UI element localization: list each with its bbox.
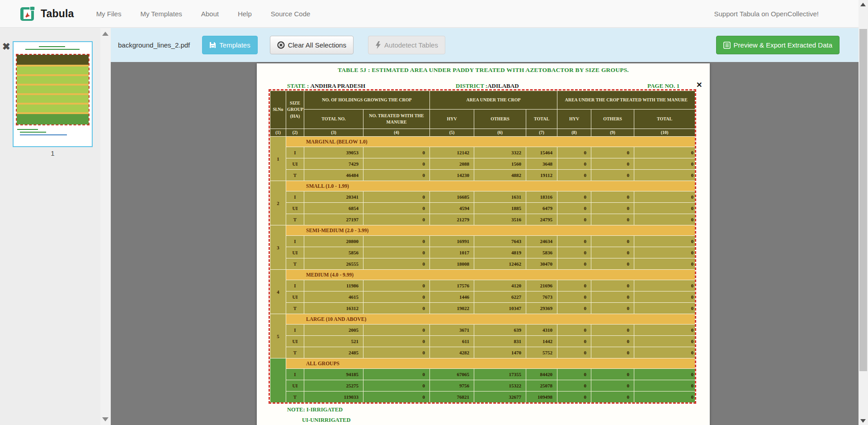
preview-export-button[interactable]: Preview & Export Extracted Data [716,36,840,54]
templates-button[interactable]: Templates [202,36,257,54]
pdf-page-no: PAGE NO. 1 [647,82,679,90]
nav-item-my-files[interactable]: My Files [96,10,122,18]
nav-item-source-code[interactable]: Source Code [271,10,311,18]
thumb-note-line [17,129,38,130]
preview-export-label: Preview & Export Extracted Data [734,41,832,49]
thumb-table [16,54,90,125]
clear-all-selections-button[interactable]: Clear All Selections [270,36,354,54]
thumb-note-line [20,134,67,135]
main-nav: My FilesMy TemplatesAboutHelpSource Code [87,10,320,18]
save-template-icon [209,42,216,48]
remove-circle-icon [277,41,285,49]
scrollbar-thumb[interactable] [859,29,867,371]
flash-icon [375,41,381,49]
scroll-up-icon[interactable] [860,3,866,6]
remove-page-button[interactable]: ✖ [2,42,10,51]
nav-item-about[interactable]: About [201,10,219,18]
clear-all-selections-label: Clear All Selections [288,41,346,49]
brand-group: Tabula [20,5,87,22]
district-label: DISTRICT : [456,82,487,89]
table-selection[interactable] [269,89,696,404]
templates-button-label: Templates [219,41,250,49]
toolbar: background_lines_2.pdf Templates Clear A… [111,28,859,62]
pdf-state-line: STATE : ANDHRA PRADESH [287,82,365,90]
support-link[interactable]: Support Tabula on OpenCollective! [714,0,819,28]
pdf-note-1: NOTE: I-IRRIGATED [287,406,343,413]
state-value: ANDHRA PRADESH [311,82,366,89]
scroll-down-icon[interactable] [860,419,866,423]
thumb-note-line [20,132,46,133]
autodetect-tables-label: Autodetect Tables [384,41,438,49]
pdf-table-title: TABLE 5J : ESTIMATED AREA UNDER PADDY TR… [257,67,710,74]
navbar: Tabula My FilesMy TemplatesAboutHelpSour… [0,0,859,28]
thumb-title-line [39,46,65,47]
remove-selection-button[interactable]: ✕ [696,81,702,89]
sidebar-scroll-down-icon[interactable] [102,417,108,421]
open-filename: background_lines_2.pdf [118,41,190,49]
tabula-logo-icon [20,5,36,22]
district-value: ADILABAD [487,82,519,89]
sidebar-scroll-up-icon[interactable] [102,32,108,36]
thumbnail-page-number: 1 [13,149,93,157]
sidebar: ✖ 1 [0,28,111,425]
sidebar-scrollbar[interactable] [100,28,111,425]
autodetect-tables-button: Autodetect Tables [368,36,445,54]
pdf-district-line: DISTRICT :ADILABAD [456,82,519,90]
thumb-subtitle-line [25,49,80,50]
state-label: STATE : [287,82,311,89]
page-1-thumbnail[interactable] [13,41,93,147]
brand-title: Tabula [41,8,74,20]
pdf-note-2: UI-UNIRRIGATED [302,417,350,424]
document-viewer: TABLE 5J : ESTIMATED AREA UNDER PADDY TR… [111,62,859,425]
nav-item-help[interactable]: Help [238,10,252,18]
export-table-icon [723,42,731,49]
nav-item-my-templates[interactable]: My Templates [140,10,182,18]
pdf-page: TABLE 5J : ESTIMATED AREA UNDER PADDY TR… [257,63,710,425]
page-scrollbar[interactable] [859,0,868,425]
